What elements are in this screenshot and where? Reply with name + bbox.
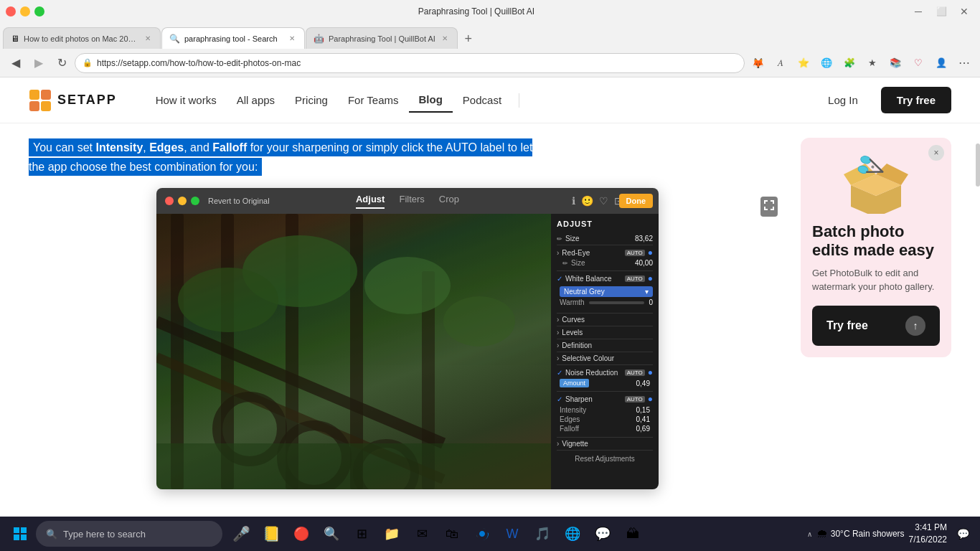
svg-rect-29 [21,534,27,540]
nav-podcast[interactable]: Podcast [453,88,512,112]
browser-tab-1[interactable]: 🖥 How to edit photos on Mac 202... ✕ [3,27,161,49]
taskbar-icon-search[interactable]: 🔍 [317,519,346,548]
restore-icon[interactable]: ⬜ [931,1,951,22]
screenshot-area: Revert to Original Adjust Filters Crop ℹ… [29,188,786,489]
collections2-btn[interactable]: 📚 [885,53,905,73]
reset-adjustments-btn[interactable]: Reset Adjustments [557,451,653,467]
close-icon[interactable]: ✕ [954,1,974,22]
refresh-btn[interactable]: ↻ [52,53,72,73]
svg-rect-2 [29,101,39,111]
taskbar-icon-word[interactable]: W [498,519,527,548]
sidebar-ad-illustration [812,149,940,214]
taskbar-search[interactable]: 🔍 Type here to search [36,521,222,547]
tray-chevron[interactable]: ∧ [807,530,812,538]
health-btn[interactable]: ♡ [908,53,928,73]
mac-done-btn[interactable]: Done [619,194,654,208]
mac-tab-crop[interactable]: Crop [439,194,459,209]
tab1-close[interactable]: ✕ [143,34,153,44]
taskbar-icons: 🎤 📒 🔴 🔍 ⊞ 📁 ✉ 🛍 W 🎵 🌐 💬 🏔 [227,519,647,548]
taskbar-icon-tasks[interactable]: ⊞ [347,519,376,548]
expand-icon[interactable] [760,197,778,217]
sidebar-cta-label: Try free [826,319,868,332]
taskbar-icon-chrome[interactable]: 🌐 [558,519,587,548]
reader-btn[interactable]: 𝐴 [771,53,791,73]
profile-btn[interactable]: 👤 [931,53,951,73]
size-label: Size [565,235,579,242]
datetime-display[interactable]: 3:41 PM 7/16/2022 [909,522,947,546]
win-min-btn[interactable] [20,6,30,17]
site-header: SETAPP How it works All apps Pricing For… [0,77,980,123]
svg-rect-1 [41,90,51,100]
try-free-btn[interactable]: Try free [881,87,951,113]
menu-btn[interactable]: ⋯ [954,53,974,73]
taskbar-icon-red[interactable]: 🔴 [287,519,316,548]
svg-rect-18 [156,443,551,489]
forward-btn[interactable]: ▶ [29,53,49,73]
favorites-btn[interactable]: ★ [862,53,882,73]
time-display: 3:41 PM [909,522,947,534]
taskbar-icon-cortana[interactable]: 🎤 [227,519,255,548]
mac-dots [165,197,199,205]
back-btn[interactable]: ◀ [6,53,26,73]
nav-bar: ◀ ▶ ↻ 🔒 https://setapp.com/how-to/how-to… [0,49,980,77]
start-btn[interactable] [6,519,34,548]
article-area: You can set Intensity, Edges, and Fallof… [29,138,786,509]
adjust-sharpen-section: ✓ Sharpen AUTO ● [557,392,653,438]
nav-all-apps[interactable]: All apps [227,88,285,112]
sidebar-ad-close-btn[interactable]: × [928,145,944,161]
tab2-close[interactable]: ✕ [287,34,297,44]
taskbar-icon-mail[interactable]: ✉ [407,519,436,548]
mac-revert-label[interactable]: Revert to Original [208,197,270,205]
taskbar-icon-sticky[interactable]: 📒 [257,519,286,548]
adjust-vignette-row: › Vignette [557,438,653,451]
scroll-indicator[interactable] [976,143,980,187]
taskbar-icon-store[interactable]: 🛍 [438,519,466,548]
minimize-icon[interactable]: ─ [908,1,928,22]
add-tab-btn[interactable]: + [458,29,479,49]
sidebar-ad: × [801,138,951,357]
browser-tab-2[interactable]: 🔍 paraphrasing tool - Search ✕ [161,27,305,49]
sidebar-ad-title: Batch photo edits made easy [812,222,940,260]
weather-widget[interactable]: 🌧 30°C Rain showers [816,527,905,540]
nav-pricing[interactable]: Pricing [285,88,338,112]
sidebar-ad-description: Get PhotoBulk to edit and watermark your… [812,266,940,294]
taskbar-icon-spotify[interactable]: 🎵 [528,519,557,548]
svg-rect-3 [41,101,51,111]
mac-tab-filters[interactable]: Filters [399,194,424,209]
weather-text: 30°C Rain showers [831,529,905,539]
log-in-btn[interactable]: Log In [814,88,872,112]
scissors-box-icon [840,149,912,214]
svg-rect-26 [14,527,19,533]
nav-how-it-works[interactable]: How it works [146,88,227,112]
notification-center-btn[interactable]: 💬 [951,522,974,545]
adjust-levels-row: › Levels [557,326,653,339]
sidebar-ad-cta-btn[interactable]: Try free ↑ [812,306,940,346]
taskbar-icon-whatsapp[interactable]: 💬 [588,519,617,548]
tab-bar: 🖥 How to edit photos on Mac 202... ✕ 🔍 p… [0,23,980,49]
browser-tab-3[interactable]: 🤖 Paraphrasing Tool | QuillBot AI ✕ [306,27,458,49]
logo[interactable]: SETAPP [29,89,117,112]
nav-for-teams[interactable]: For Teams [338,88,409,112]
taskbar-icon-photos[interactable]: 🏔 [618,519,647,548]
taskbar-icon-folder[interactable]: 📁 [377,519,406,548]
nav-blog[interactable]: Blog [409,88,453,113]
logo-icon [29,89,52,112]
star-btn[interactable]: ⭐ [793,53,814,73]
mac-window: Revert to Original Adjust Filters Crop ℹ… [156,188,659,489]
mac-toolbar-icons: ℹ 🙂 ♡ ⊡ [572,195,623,207]
mac-tab-adjust[interactable]: Adjust [356,194,385,209]
address-bar[interactable]: 🔒 https://setapp.com/how-to/how-to-edit-… [75,53,745,73]
mac-close-dot[interactable] [165,197,174,205]
taskbar-search-placeholder: Type here to search [63,529,146,540]
collections-btn[interactable]: 🌐 [816,53,837,73]
tab3-close[interactable]: ✕ [440,34,450,44]
extensions-btn[interactable]: 🦊 [748,53,768,73]
win-max-btn[interactable] [34,6,44,17]
adjust-curves-row: › Curves [557,314,653,326]
taskbar-icon-edge[interactable] [468,519,496,548]
svg-point-25 [871,165,875,169]
mac-max-dot[interactable] [191,197,199,205]
mac-min-dot[interactable] [178,197,187,205]
extensions2-btn[interactable]: 🧩 [839,53,859,73]
win-close-btn[interactable] [6,6,16,17]
